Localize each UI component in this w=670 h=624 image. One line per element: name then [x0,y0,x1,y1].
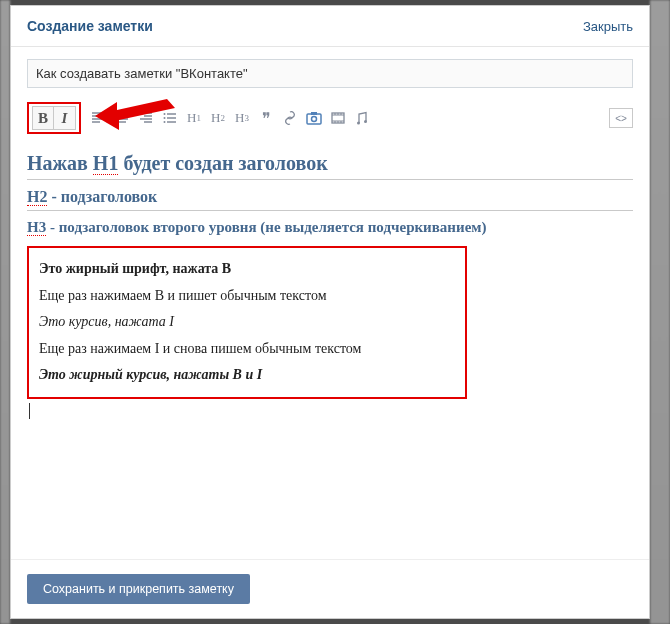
h2-button[interactable]: H2 [207,107,229,129]
note-title-input[interactable] [27,59,633,88]
modal-footer: Сохранить и прикрепить заметку [11,559,649,618]
align-right-button[interactable] [135,107,157,129]
svg-point-2 [164,117,166,119]
text-cursor [29,403,633,419]
align-left-button[interactable] [87,107,109,129]
normal-example-1: Еще раз нажимаем В и пишет обычным текст… [39,283,455,310]
editor-toolbar: B I H1 [27,98,633,138]
h2-example: Н2 - подзаголовок [27,188,633,211]
modal-title: Создание заметки [27,18,153,34]
bold-italic-highlight: B I [27,102,81,134]
bold-button[interactable]: B [32,106,54,130]
video-button[interactable] [327,107,349,129]
svg-point-9 [364,120,367,123]
audio-button[interactable] [351,107,373,129]
editor-content[interactable]: Нажав Н1 будет создан заголовок Н2 - под… [27,152,633,419]
svg-rect-6 [311,112,317,115]
quote-button[interactable]: ❞ [255,107,277,129]
svg-point-1 [164,113,166,115]
svg-point-8 [357,122,360,125]
save-button[interactable]: Сохранить и прикрепить заметку [27,574,250,604]
h3-button[interactable]: H3 [231,107,253,129]
modal-header: Создание заметки Закрыть [11,6,649,47]
svg-point-3 [164,121,166,123]
svg-rect-4 [307,114,321,124]
align-center-button[interactable] [111,107,133,129]
list-button[interactable] [159,107,181,129]
h1-example: Нажав Н1 будет создан заголовок [27,152,633,180]
link-button[interactable] [279,107,301,129]
svg-point-5 [312,117,317,122]
normal-example-2: Еще раз нажимаем I и снова пишем обычным… [39,336,455,363]
text-style-examples: Это жирный шрифт, нажата В Еще раз нажим… [27,246,467,399]
code-view-button[interactable]: <> [609,108,633,128]
h3-example: Н3 - подзаголовок второго уровня (не выд… [27,219,633,236]
italic-button[interactable]: I [54,106,76,130]
photo-button[interactable] [303,107,325,129]
italic-example: Это курсив, нажата I [39,309,455,336]
close-button[interactable]: Закрыть [583,19,633,34]
bold-italic-example: Это жирный курсив, нажаты В и I [39,362,455,389]
h1-button[interactable]: H1 [183,107,205,129]
note-creation-modal: Создание заметки Закрыть B I [10,5,650,619]
bold-example: Это жирный шрифт, нажата В [39,256,455,283]
